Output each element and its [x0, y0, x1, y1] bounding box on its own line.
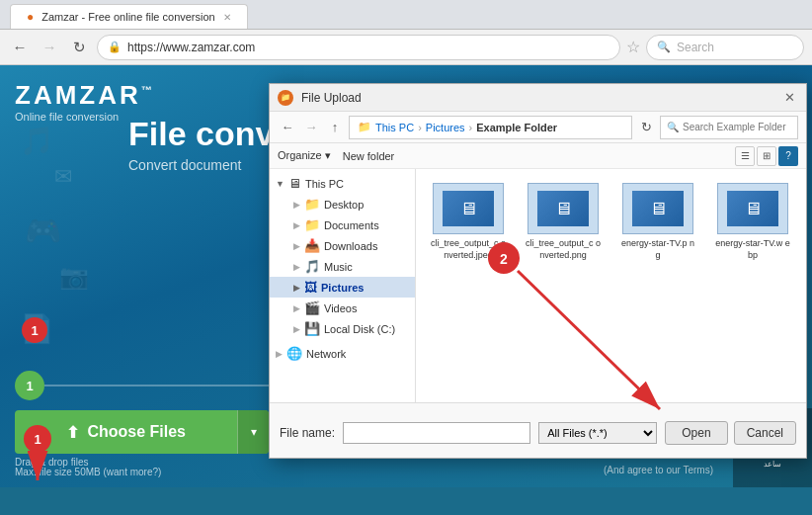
- file-thumb-2: 🖥: [528, 183, 599, 234]
- tree-item-music[interactable]: ▶ 🎵 Music: [270, 256, 415, 277]
- search-icon: 🔍: [657, 41, 671, 53]
- url-text: https://www.zamzar.com: [127, 41, 255, 54]
- dialog-search-icon: 🔍: [667, 122, 679, 132]
- path-folder-icon: 📁: [358, 121, 371, 133]
- lock-icon: 🔒: [108, 41, 122, 53]
- annotation-circle-1: 1: [22, 317, 47, 343]
- dialog-refresh-button[interactable]: ↻: [636, 118, 656, 137]
- browser-tabs: ● Zamzar - Free online file conversion ✕: [0, 0, 812, 30]
- dialog-cancel-button[interactable]: Cancel: [734, 421, 796, 445]
- file-thumb-3: 🖥: [622, 183, 693, 234]
- tree-item-thispc[interactable]: ▼ 🖥 This PC: [270, 173, 415, 194]
- tree-item-localdisk[interactable]: ▶ 💾 Local Disk (C:): [270, 318, 415, 339]
- view-grid-button[interactable]: ⊞: [757, 146, 776, 166]
- dialog-close-button[interactable]: ✕: [780, 89, 798, 107]
- dropdown-icon: ▾: [251, 425, 257, 439]
- file-name-2: cli_tree_output_c onverted.png: [525, 238, 602, 261]
- view-list-button[interactable]: ☰: [735, 146, 755, 166]
- choose-files-btn-wrapper: ⬆ Choose Files ▾: [15, 410, 269, 454]
- path-sep-2: ›: [469, 122, 473, 133]
- dialog-title-icon: 📁: [278, 90, 293, 106]
- refresh-button[interactable]: ↻: [67, 36, 91, 59]
- new-folder-button[interactable]: New folder: [343, 150, 395, 162]
- tab-label: Zamzar - Free online file conversion: [41, 11, 214, 23]
- upload-icon: ⬆: [66, 423, 79, 442]
- dialog-title-text: File Upload: [301, 91, 772, 105]
- file-item-2[interactable]: 🖥 cli_tree_output_c onverted.png: [521, 179, 606, 265]
- organize-button[interactable]: Organize ▾: [278, 149, 331, 162]
- file-name-3: energy-star-TV.p ng: [619, 238, 696, 261]
- tree-item-pictures[interactable]: ▶ 🖼 Pictures: [270, 277, 415, 298]
- tree-item-documents[interactable]: ▶ 📁 Documents: [270, 215, 415, 235]
- filename-label: File name:: [280, 426, 335, 440]
- dialog-up-button[interactable]: ↑: [325, 118, 345, 137]
- dialog-path: 📁 This PC › Pictures › Example Folder: [349, 116, 632, 139]
- step-circle-1: 1: [15, 371, 44, 400]
- choose-files-button[interactable]: ⬆ Choose Files: [15, 410, 269, 454]
- dialog-search-box[interactable]: 🔍: [660, 116, 798, 139]
- dialog-action-buttons: Open Cancel: [665, 421, 796, 445]
- choose-files-dropdown[interactable]: ▾: [237, 410, 269, 454]
- file-thumb-4: 🖥: [717, 183, 788, 234]
- dialog-sidebar: ▼ 🖥 This PC ▶ 📁 Desktop ▶ 📁 Documents ▶ …: [270, 169, 416, 402]
- path-parent[interactable]: Pictures: [426, 122, 465, 133]
- tree-item-desktop[interactable]: ▶ 📁 Desktop: [270, 194, 415, 215]
- back-button[interactable]: ←: [8, 36, 32, 59]
- agree-text: (And agree to our Terms): [604, 465, 713, 475]
- dialog-titlebar: 📁 File Upload ✕: [270, 84, 806, 112]
- zamzar-page: 🎵 ✉ 🎮 📷 📄 🎬 📊 ZAMZAR™ Online file conver…: [0, 65, 812, 487]
- star-icon[interactable]: ☆: [626, 38, 640, 56]
- filename-input[interactable]: [343, 422, 530, 444]
- file-dialog: 📁 File Upload ✕ ← → ↑ 📁 This PC › Pictur…: [269, 83, 807, 459]
- dialog-open-button[interactable]: Open: [665, 421, 727, 445]
- file-name-4: energy-star-TV.w ebp: [714, 238, 791, 261]
- path-sep-1: ›: [418, 122, 422, 133]
- help-button[interactable]: ?: [778, 146, 798, 166]
- address-bar[interactable]: 🔒 https://www.zamzar.com: [97, 35, 620, 60]
- dialog-main-area: 🖥 cli_tree_output_c onverted.jpeg 🖥 cli_…: [416, 169, 806, 402]
- view-buttons: ☰ ⊞ ?: [735, 146, 798, 166]
- file-thumb-1: 🖥: [433, 183, 504, 234]
- file-item-3[interactable]: 🖥 energy-star-TV.p ng: [615, 179, 700, 265]
- dialog-search-input[interactable]: [683, 122, 791, 132]
- tree-item-videos[interactable]: ▶ 🎬 Videos: [270, 298, 415, 318]
- dialog-back-button[interactable]: ←: [278, 118, 297, 137]
- tab-close-icon[interactable]: ✕: [223, 12, 231, 23]
- tree-item-network[interactable]: ▶ 🌐 Network: [270, 343, 415, 364]
- dialog-footer: File name: All Files (*.*) Open Cancel: [270, 402, 806, 458]
- filename-row: File name: All Files (*.*) Open Cancel: [280, 421, 796, 445]
- dialog-address-bar: ← → ↑ 📁 This PC › Pictures › Example Fol…: [270, 112, 806, 143]
- forward-button[interactable]: →: [38, 36, 61, 59]
- browser-chrome: ← → ↻ 🔒 https://www.zamzar.com ☆ 🔍 Searc…: [0, 30, 812, 65]
- path-current: Example Folder: [476, 122, 557, 133]
- search-placeholder: Search: [677, 41, 714, 54]
- active-tab[interactable]: ● Zamzar - Free online file conversion ✕: [10, 4, 248, 29]
- hero-subtitle: Convert document: [128, 157, 274, 173]
- filetype-select[interactable]: All Files (*.*): [538, 422, 657, 444]
- max-size-text: Max. file size 50MB (want more?): [15, 467, 161, 477]
- dialog-body: ▼ 🖥 This PC ▶ 📁 Desktop ▶ 📁 Documents ▶ …: [270, 169, 806, 402]
- tree-item-downloads[interactable]: ▶ 📥 Downloads: [270, 235, 415, 256]
- file-item-4[interactable]: 🖥 energy-star-TV.w ebp: [710, 179, 795, 265]
- hero-title: File conv: [128, 115, 274, 153]
- logo-title: ZAMZAR™: [15, 80, 155, 111]
- file-item-1[interactable]: 🖥 cli_tree_output_c onverted.jpeg: [426, 179, 511, 265]
- hero-section: File conv Convert document: [128, 115, 274, 173]
- file-name-1: cli_tree_output_c onverted.jpeg: [430, 238, 507, 261]
- tab-icon: ●: [27, 10, 34, 24]
- dialog-organize-bar: Organize ▾ New folder ☰ ⊞ ?: [270, 143, 806, 169]
- dialog-forward-button[interactable]: →: [301, 118, 321, 137]
- search-bar[interactable]: 🔍 Search: [646, 35, 804, 60]
- path-root[interactable]: This PC: [375, 122, 414, 133]
